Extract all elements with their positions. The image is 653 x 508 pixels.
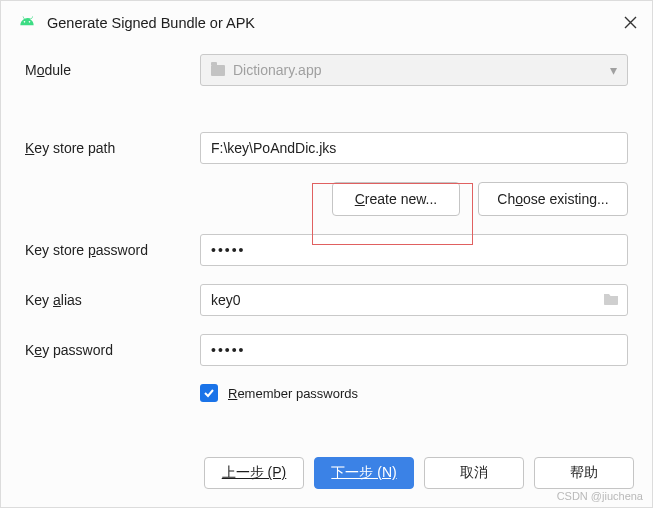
keystore-path-input[interactable]: F:\key\PoAndDic.jks [200, 132, 628, 164]
cancel-button[interactable]: 取消 [424, 457, 524, 489]
key-alias-label: Key alias [25, 292, 200, 308]
content-area: Module Dictionary.app ▾ Key store path F… [1, 44, 652, 443]
next-button[interactable]: 下一步 (N) [314, 457, 414, 489]
module-dropdown[interactable]: Dictionary.app ▾ [200, 54, 628, 86]
watermark: CSDN @jiuchena [557, 490, 643, 502]
key-password-label: Key password [25, 342, 200, 358]
chevron-down-icon: ▾ [610, 62, 617, 78]
keystore-path-row: Key store path F:\key\PoAndDic.jks [25, 132, 628, 164]
keystore-path-label: Key store path [25, 140, 200, 156]
help-button[interactable]: 帮助 [534, 457, 634, 489]
previous-button[interactable]: 上一步 (P) [204, 457, 304, 489]
folder-icon [211, 65, 225, 76]
keystore-password-input[interactable]: ••••• [200, 234, 628, 266]
footer: 上一步 (P) 下一步 (N) 取消 帮助 [1, 443, 652, 507]
key-password-input[interactable]: ••••• [200, 334, 628, 366]
android-icon [17, 11, 37, 34]
remember-row: Remember passwords [25, 384, 628, 402]
keystore-password-row: Key store password ••••• [25, 234, 628, 266]
browse-folder-icon[interactable] [603, 292, 619, 308]
module-row: Module Dictionary.app ▾ [25, 54, 628, 86]
key-alias-input[interactable]: key0 [200, 284, 628, 316]
dialog-window: Generate Signed Bundle or APK Module Dic… [0, 0, 653, 508]
choose-existing-button[interactable]: Choose existing... [478, 182, 628, 216]
key-alias-row: Key alias key0 [25, 284, 628, 316]
close-icon[interactable] [622, 15, 638, 31]
remember-checkbox[interactable] [200, 384, 218, 402]
remember-label: Remember passwords [228, 386, 358, 401]
keystore-password-label: Key store password [25, 242, 200, 258]
titlebar: Generate Signed Bundle or APK [1, 1, 652, 44]
module-label: Module [25, 62, 200, 78]
module-value: Dictionary.app [233, 62, 321, 78]
create-new-button[interactable]: Create new... [332, 182, 460, 216]
window-title: Generate Signed Bundle or APK [47, 15, 622, 31]
key-password-row: Key password ••••• [25, 334, 628, 366]
keystore-buttons-row: Create new... Choose existing... [25, 182, 628, 216]
